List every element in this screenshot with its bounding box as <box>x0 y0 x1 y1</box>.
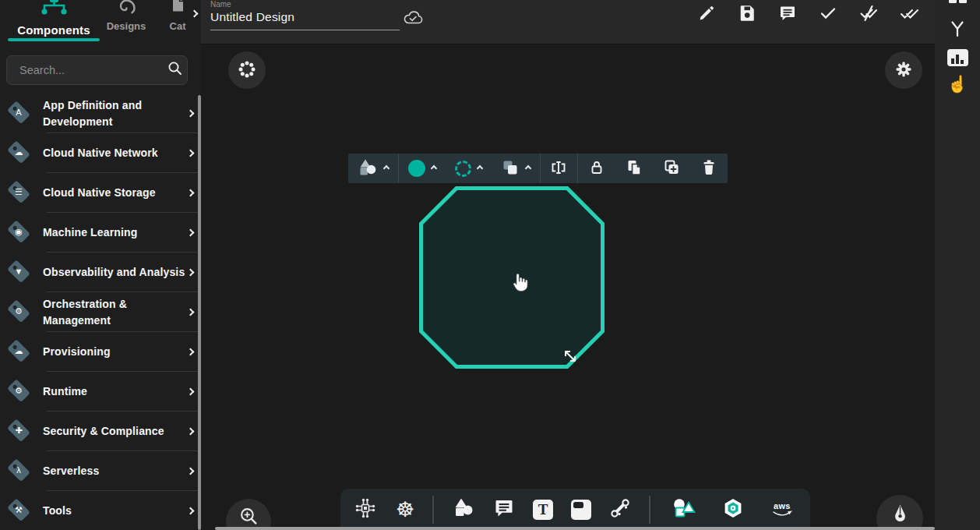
chevron-right-icon <box>187 309 195 316</box>
search-icon[interactable] <box>167 60 184 80</box>
duplicate-button[interactable] <box>615 154 653 183</box>
design-topbar: Name <box>201 0 980 44</box>
deploy-button[interactable] <box>900 5 918 23</box>
tab-components[interactable]: Components <box>6 0 101 44</box>
category-label: App Definition and Development <box>43 97 188 130</box>
category-list: A App Definition and Development ☁ Cloud… <box>0 94 201 530</box>
observability-tag-icon: ▼ <box>4 257 35 288</box>
active-tab-underline <box>8 38 100 41</box>
canvas-horizontal-scrollbar[interactable] <box>215 527 935 530</box>
chevron-up-icon <box>383 165 390 171</box>
kubernetes-button[interactable]: ☸ <box>396 499 414 521</box>
validate-button[interactable] <box>819 5 837 23</box>
stroke-style-button[interactable] <box>446 154 492 183</box>
rename-button[interactable] <box>540 154 577 183</box>
category-label: Provisioning <box>43 344 188 360</box>
sidebar-item-security-compliance[interactable]: ✚ Security & Compliance <box>0 412 201 451</box>
pen-nib-icon <box>890 503 911 526</box>
dry-run-button[interactable] <box>859 5 878 23</box>
fill-color-swatch <box>408 160 425 177</box>
lock-button[interactable] <box>578 154 615 183</box>
shape-picker-button[interactable] <box>348 154 398 183</box>
tools-tag-icon: ⚒ <box>4 496 35 527</box>
chevron-right-icon <box>187 468 195 475</box>
runtime-tag-icon: ⚙ <box>4 376 35 408</box>
chevron-right-icon <box>191 9 199 17</box>
copy-add-button[interactable] <box>653 154 690 183</box>
name-field-label: Name <box>210 0 400 9</box>
tabs-scroll-right-button[interactable] <box>187 5 199 20</box>
divider <box>432 496 434 524</box>
snowflake-icon <box>237 59 257 82</box>
delete-button[interactable] <box>690 154 728 183</box>
chevron-right-icon <box>187 110 195 118</box>
tab-designs-label: Designs <box>104 20 148 32</box>
component-circuit-icon <box>353 496 378 523</box>
search-input[interactable] <box>18 63 167 77</box>
save-button[interactable] <box>738 5 756 23</box>
gear-icon <box>894 59 914 82</box>
sidebar-item-serverless[interactable]: λ Serverless <box>0 451 201 491</box>
note-tool-button[interactable] <box>571 500 591 520</box>
chevron-up-icon <box>430 165 436 171</box>
cloud-storage-tag-icon: ☰ <box>4 178 35 209</box>
comment-tool-button[interactable] <box>493 497 515 521</box>
tab-catalog-label: Cat <box>160 20 195 32</box>
analytics-button[interactable] <box>947 49 968 66</box>
security-shield-tag-icon: ✚ <box>4 416 35 447</box>
category-label: Serverless <box>43 463 188 479</box>
hexagon-library-icon <box>717 493 749 526</box>
chevron-right-icon <box>187 229 195 237</box>
sidebar-item-cloud-native-network[interactable]: ☁ Cloud Native Network <box>0 133 201 173</box>
components-network-icon <box>39 0 69 19</box>
canvas-settings-button[interactable] <box>885 51 922 89</box>
design-actions <box>697 5 918 23</box>
comment-tool-icon <box>493 497 515 521</box>
resize-handle[interactable] <box>560 346 580 369</box>
catalog-document-icon <box>171 0 185 16</box>
note-tool-icon <box>571 500 591 520</box>
sidebar-item-tools[interactable]: ⚒ Tools <box>0 491 201 530</box>
shapes-tool-button[interactable] <box>452 496 475 522</box>
sidebar-item-machine-learning[interactable]: ◉ Machine Learning <box>0 213 201 253</box>
chevron-right-icon <box>187 348 195 356</box>
shapes-library-button[interactable] <box>668 494 700 525</box>
chevron-right-icon <box>187 269 195 277</box>
aws-library-button[interactable]: aws <box>767 494 798 525</box>
cloud-saved-icon <box>402 9 424 30</box>
design-canvas[interactable]: ☸ <box>201 44 935 530</box>
pen-tool-button[interactable] <box>876 495 923 530</box>
components-sidebar: Components Designs Cat <box>0 0 201 530</box>
sidebar-item-runtime[interactable]: ⚙ Runtime <box>0 372 201 412</box>
sidebar-item-app-definition[interactable]: A App Definition and Development <box>0 94 201 133</box>
edit-button[interactable] <box>697 5 716 23</box>
sidebar-item-provisioning[interactable]: ☁ Provisioning <box>0 332 201 372</box>
hexagon-library-button[interactable] <box>717 494 749 525</box>
comment-button[interactable] <box>778 5 797 23</box>
component-node-button[interactable] <box>353 496 378 523</box>
edge-connect-button[interactable] <box>609 497 631 521</box>
chevron-up-icon <box>476 165 482 171</box>
selection-toolbar <box>348 154 728 183</box>
search-box <box>6 55 188 85</box>
category-label: Tools <box>43 503 188 519</box>
fill-color-button[interactable] <box>399 154 446 183</box>
chevron-right-icon <box>187 507 195 515</box>
sidebar-item-observability[interactable]: ▼ Observability and Analysis <box>0 253 201 292</box>
validate-check-icon <box>819 4 837 25</box>
touch-interaction-button[interactable]: ☝ <box>947 76 968 93</box>
text-tool-button[interactable]: T <box>533 500 553 520</box>
design-name-input[interactable] <box>210 9 400 30</box>
tab-designs[interactable]: Designs <box>104 0 148 44</box>
zoom-in-button[interactable] <box>226 499 271 530</box>
table-grid-button[interactable] <box>949 0 967 3</box>
category-label: Cloud Native Storage <box>43 185 188 201</box>
merge-button[interactable] <box>948 19 967 41</box>
copy-style-button[interactable] <box>492 154 540 183</box>
sidebar-item-cloud-native-storage[interactable]: ☰ Cloud Native Storage <box>0 173 201 213</box>
category-label: Machine Learning <box>43 224 188 241</box>
sidebar-item-orchestration[interactable]: ⚙ Orchestration & Management <box>0 292 201 332</box>
rename-icon <box>549 158 568 179</box>
freeze-button[interactable] <box>228 51 266 89</box>
selected-octagon-shape[interactable] <box>419 186 605 372</box>
